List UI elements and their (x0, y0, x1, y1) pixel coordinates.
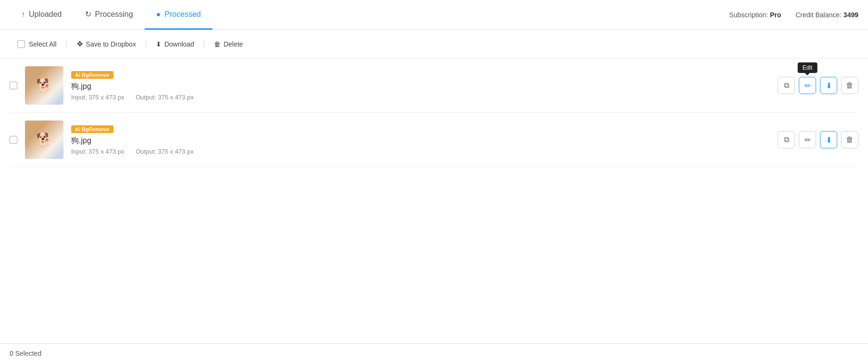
download-button[interactable]: ⬇ Download (148, 37, 202, 51)
compare-button-2[interactable]: ⧉ (778, 131, 795, 148)
file-checkbox-1[interactable] (10, 82, 17, 89)
download-file-icon-2: ⬇ (826, 135, 832, 145)
tab-processed[interactable]: ● Processed (145, 0, 212, 30)
select-all-button[interactable]: Select All (10, 37, 64, 51)
file-actions-2: ⧉ ✏ ⬇ 🗑 (778, 131, 858, 148)
file-thumbnail-2: 🐕 (25, 121, 63, 159)
file-name-2: 狗.jpg (71, 136, 778, 146)
tab-bar: ↑ Uploaded ↻ Processing ● Processed Subs… (0, 0, 868, 30)
delete-file-button-2[interactable]: 🗑 (841, 131, 858, 148)
edit-icon-1: ✏ (805, 81, 811, 90)
toolbar-separator-1 (66, 39, 67, 49)
download-icon: ⬇ (156, 40, 161, 48)
delete-label: Delete (223, 40, 243, 48)
tab-uploaded[interactable]: ↑ Uploaded (10, 0, 74, 30)
file-actions-1: ⧉ Edit ✏ ⬇ 🗑 (778, 77, 858, 94)
upload-icon: ↑ (21, 10, 25, 19)
select-all-label: Select All (29, 40, 57, 48)
table-row: 🐕 AI BgRemove 狗.jpg Input: 375 x 473 px … (10, 59, 858, 113)
download-file-icon-1: ⬇ (826, 81, 832, 90)
file-info-2: AI BgRemove 狗.jpg Input: 375 x 473 px Ou… (71, 125, 778, 155)
toolbar-separator-3 (204, 39, 204, 49)
subscription-info: Subscription: Pro (729, 11, 781, 19)
compare-icon-2: ⧉ (784, 135, 789, 144)
tab-uploaded-label: Uploaded (29, 10, 62, 19)
file-output-size-1: Output: 375 x 473 px (136, 94, 194, 101)
download-file-button-2[interactable]: ⬇ (820, 131, 837, 148)
tab-processed-label: Processed (164, 10, 201, 19)
file-name-1: 狗.jpg (71, 82, 778, 92)
select-all-checkbox[interactable] (17, 40, 25, 48)
delete-button[interactable]: 🗑 Delete (206, 37, 250, 51)
thumbnail-image-2: 🐕 (25, 121, 63, 159)
edit-tooltip-1: Edit (798, 62, 818, 73)
edit-button-2[interactable]: ✏ (799, 131, 816, 148)
tab-processing-label: Processing (95, 10, 133, 19)
download-file-button-1[interactable]: ⬇ (820, 77, 837, 94)
file-badge-2: AI BgRemove (71, 125, 113, 133)
processing-icon: ↻ (85, 10, 91, 19)
thumbnail-image-1: 🐕 (25, 66, 63, 105)
subscription-label: Subscription: (729, 11, 768, 19)
download-label: Download (164, 40, 194, 48)
dropbox-icon: ❖ (76, 39, 83, 48)
compare-button-1[interactable]: ⧉ (778, 77, 795, 94)
delete-file-button-1[interactable]: 🗑 (841, 77, 858, 94)
file-checkbox-2[interactable] (10, 136, 17, 144)
compare-icon-1: ⧉ (784, 81, 789, 90)
delete-file-icon-1: 🗑 (846, 81, 854, 90)
file-meta-2: Input: 375 x 473 px Output: 375 x 473 px (71, 148, 778, 155)
file-badge-1: AI BgRemove (71, 71, 113, 79)
edit-tooltip-container-1: Edit ✏ (799, 77, 816, 94)
subscription-value: Pro (770, 11, 781, 19)
file-input-size-1: Input: 375 x 473 px (71, 94, 124, 101)
table-row: 🐕 AI BgRemove 狗.jpg Input: 375 x 473 px … (10, 113, 858, 167)
tab-processing[interactable]: ↻ Processing (74, 0, 145, 30)
processed-icon: ● (156, 10, 161, 19)
credit-label: Credit Balance: (795, 11, 842, 19)
toolbar: Select All ❖ Save to Dropbox ⬇ Download … (0, 30, 868, 59)
save-dropbox-button[interactable]: ❖ Save to Dropbox (69, 36, 144, 51)
save-dropbox-label: Save to Dropbox (86, 40, 136, 48)
toolbar-separator-2 (146, 39, 146, 49)
header-right: Subscription: Pro Credit Balance: 3499 (729, 11, 858, 19)
file-list: 🐕 AI BgRemove 狗.jpg Input: 375 x 473 px … (0, 59, 868, 167)
file-input-size-2: Input: 375 x 473 px (71, 148, 124, 155)
credit-value: 3499 (843, 11, 858, 19)
delete-icon: 🗑 (214, 40, 221, 48)
file-output-size-2: Output: 375 x 473 px (136, 148, 194, 155)
delete-file-icon-2: 🗑 (846, 135, 854, 144)
edit-icon-2: ✏ (805, 135, 811, 145)
credit-info: Credit Balance: 3499 (795, 11, 858, 19)
file-thumbnail-1: 🐕 (25, 66, 63, 105)
tabs-container: ↑ Uploaded ↻ Processing ● Processed (10, 0, 729, 29)
file-meta-1: Input: 375 x 473 px Output: 375 x 473 px (71, 94, 778, 101)
file-info-1: AI BgRemove 狗.jpg Input: 375 x 473 px Ou… (71, 71, 778, 101)
edit-button-1[interactable]: ✏ (799, 77, 816, 94)
